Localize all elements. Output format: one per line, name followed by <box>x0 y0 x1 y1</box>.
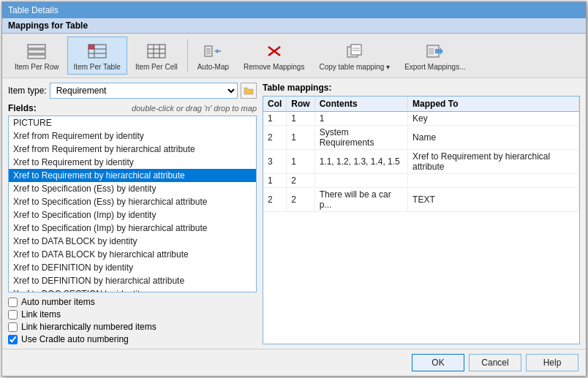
fields-label: Fields: <box>8 103 37 113</box>
table-cell-contents: There will be a car p... <box>314 188 407 212</box>
checkbox-row: Link hierarchically numbered items <box>8 322 257 332</box>
copy-table-mapping-button[interactable]: Copy table mapping ▾ <box>312 37 396 75</box>
table-cell-contents: System Requirements <box>314 126 407 150</box>
fields-list-item[interactable]: Xref to Requirement by hierarchical attr… <box>9 169 256 182</box>
checkbox-row: Use Cradle auto numbering <box>8 334 257 344</box>
export-mappings-label: Export Mappings... <box>404 63 465 71</box>
use-cradle-checkbox[interactable] <box>8 335 18 344</box>
table-cell-col: 2 <box>263 126 287 150</box>
svg-rect-7 <box>88 45 94 49</box>
table-cell-contents: 1 <box>314 112 407 126</box>
auto-number-label: Auto number items <box>21 297 95 307</box>
auto-map-label: Auto-Map <box>197 63 229 71</box>
checkbox-row: Auto number items <box>8 297 257 307</box>
table-cell-col: 1 <box>263 174 287 188</box>
fields-list-item[interactable]: Xref to Requirement by identity <box>9 156 256 169</box>
table-cell-row: 1 <box>287 112 314 126</box>
table-mappings-label: Table mappings: <box>263 83 580 93</box>
svg-rect-8 <box>148 45 165 58</box>
fields-list-item[interactable]: Xref from Requirement by identity <box>9 129 256 143</box>
export-mappings-button[interactable]: Export Mappings... <box>398 37 472 75</box>
item-per-cell-button[interactable]: Item Per Cell <box>129 37 184 75</box>
fields-list-item[interactable]: Xref to Specification (Ess) by hierarchi… <box>9 195 256 208</box>
fields-list-item[interactable]: Xref to Specification (Ess) by identity <box>9 182 256 195</box>
item-per-cell-icon <box>146 41 167 61</box>
copy-table-mapping-label: Copy table mapping ▾ <box>319 63 390 71</box>
right-panel: Table mappings: Col Row Contents Mapped … <box>263 83 580 344</box>
table-row[interactable]: 311.1, 1.2, 1.3, 1.4, 1.5Xref to Require… <box>263 150 579 174</box>
fields-list-item[interactable]: Xref to DEFINITION by hierarchical attri… <box>9 274 256 287</box>
fields-list-item[interactable]: Xref to DEFINITION by identity <box>9 261 256 274</box>
table-row[interactable]: 111Key <box>263 112 579 126</box>
item-per-table-button[interactable]: Item Per Table <box>67 37 127 75</box>
title-bar: Table Details <box>2 2 586 18</box>
fields-list[interactable]: PICTUREXref from Requirement by identity… <box>8 116 257 292</box>
table-cell-row: 2 <box>287 174 314 188</box>
fields-list-item[interactable]: Xref to Specification (Imp) by hierarchi… <box>9 222 256 235</box>
col-header-row: Row <box>287 97 314 112</box>
link-hierarchically-checkbox[interactable] <box>8 322 18 332</box>
fields-list-item[interactable]: Xref to Specification (Imp) by identity <box>9 208 256 222</box>
col-header-contents: Contents <box>314 97 407 112</box>
use-cradle-label: Use Cradle auto numbering <box>21 334 129 344</box>
dialog-title: Table Details <box>8 5 59 15</box>
fields-header: Fields: double-click or drag 'n' drop to… <box>8 103 257 113</box>
checkboxes-section: Auto number itemsLink itemsLink hierarch… <box>8 297 257 344</box>
ok-button[interactable]: OK <box>412 354 464 371</box>
mappings-section-label: Mappings for Table <box>2 18 586 34</box>
table-cell-contents <box>314 174 407 188</box>
item-per-cell-label: Item Per Cell <box>135 63 178 71</box>
col-header-col: Col <box>263 97 287 112</box>
svg-rect-1 <box>28 50 45 53</box>
item-type-row: Item type: Requirement <box>8 83 257 99</box>
auto-map-button[interactable]: Auto-Map <box>191 37 235 75</box>
col-header-mapped-to: Mapped To <box>408 97 579 112</box>
table-cell-col: 1 <box>263 112 287 126</box>
table-cell-contents: 1.1, 1.2, 1.3, 1.4, 1.5 <box>314 150 407 174</box>
table-cell-mapped_to: Xref to Requirement by hierarchical attr… <box>408 150 579 174</box>
toolbar-sep-1 <box>187 39 188 72</box>
fields-list-item[interactable]: Xref to DATA BLOCK by identity <box>9 235 256 248</box>
table-row[interactable]: 21System RequirementsName <box>263 126 579 150</box>
table-header-row: Col Row Contents Mapped To <box>263 97 579 112</box>
table-row[interactable]: 12 <box>263 174 579 188</box>
item-per-row-button[interactable]: Item Per Row <box>8 37 66 75</box>
table-cell-mapped_to: Name <box>408 126 579 150</box>
fields-list-item[interactable]: Xref from Requirement by hierarchical at… <box>9 143 256 156</box>
mappings-table-container[interactable]: Col Row Contents Mapped To 111Key21Syste… <box>263 96 580 344</box>
remove-mappings-label: Remove Mappings <box>244 63 304 71</box>
remove-mappings-button[interactable]: Remove Mappings <box>237 37 311 75</box>
table-cell-col: 3 <box>263 150 287 174</box>
folder-button[interactable] <box>241 83 257 99</box>
table-details-dialog: Table Details Mappings for Table Item Pe… <box>1 1 587 377</box>
item-type-label: Item type: <box>8 86 47 96</box>
item-type-select[interactable]: Requirement <box>50 83 238 99</box>
export-mappings-icon <box>425 41 445 61</box>
fields-list-item[interactable]: Xref to DATA BLOCK by hierarchical attri… <box>9 248 256 261</box>
fields-list-item[interactable]: Xref to DOC SECTION by identity <box>9 287 256 292</box>
item-per-row-label: Item Per Row <box>15 63 59 71</box>
checkbox-row: Link items <box>8 309 257 320</box>
link-items-checkbox[interactable] <box>8 310 18 320</box>
bottom-bar: OK Cancel Help <box>2 349 586 376</box>
table-row[interactable]: 22There will be a car p...TEXT <box>263 188 579 212</box>
table-cell-mapped_to: TEXT <box>408 188 579 212</box>
item-per-row-icon <box>26 41 47 61</box>
table-cell-col: 2 <box>263 188 287 212</box>
cancel-button[interactable]: Cancel <box>469 354 521 371</box>
table-cell-row: 1 <box>287 126 314 150</box>
table-cell-mapped_to: Key <box>408 112 579 126</box>
copy-table-mapping-icon <box>344 41 365 61</box>
help-button[interactable]: Help <box>526 354 578 371</box>
table-cell-mapped_to <box>408 174 579 188</box>
auto-map-icon <box>203 41 223 61</box>
remove-mappings-icon <box>264 41 284 61</box>
fields-hint: double-click or drag 'n' drop to map <box>132 104 257 113</box>
mappings-table: Col Row Contents Mapped To 111Key21Syste… <box>263 97 579 212</box>
table-cell-row: 1 <box>287 150 314 174</box>
item-per-table-icon <box>87 41 108 61</box>
svg-rect-20 <box>351 45 361 55</box>
auto-number-checkbox[interactable] <box>8 298 18 307</box>
fields-list-item[interactable]: PICTURE <box>9 116 256 129</box>
main-content: Item type: Requirement Fields: double-cl… <box>2 78 586 349</box>
